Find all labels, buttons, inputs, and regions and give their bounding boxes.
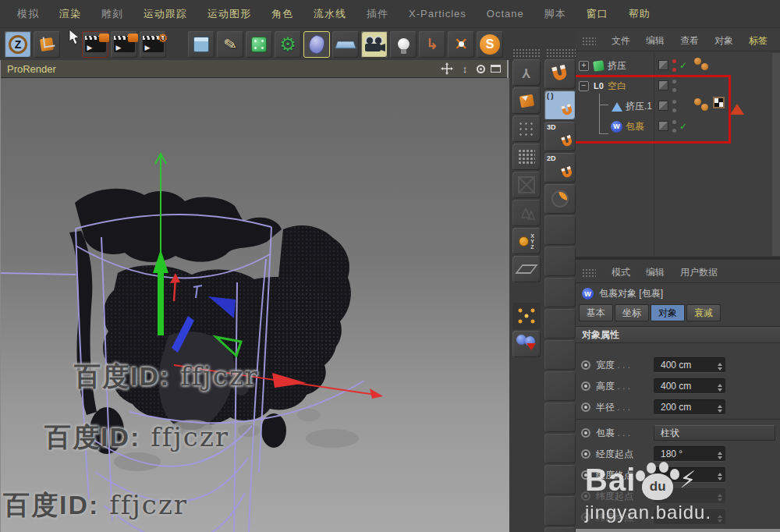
grip-handle[interactable] [546, 48, 576, 58]
auto-snap-tool[interactable]: ( ) [544, 90, 576, 120]
menu-render[interactable]: 渲染 [59, 7, 81, 21]
material-tag[interactable] [701, 63, 708, 70]
spline-pen-tool[interactable]: ✎ [217, 31, 243, 58]
section-object-properties: 对象属性 [576, 326, 780, 343]
menu-pipeline[interactable]: 流水线 [314, 7, 346, 21]
property-row-radius: 半径 200 cm [576, 397, 780, 417]
menu-plugins[interactable]: 插件 [367, 7, 388, 21]
pan-icon[interactable] [441, 62, 453, 75]
mirror-tool[interactable]: Y [512, 59, 541, 86]
crossed-box-tool[interactable] [512, 172, 541, 198]
menu-window[interactable]: 窗口 [587, 7, 608, 21]
workplane-tool[interactable]: ↳ [419, 31, 445, 58]
points-dense-tool[interactable] [512, 144, 541, 170]
menu-script[interactable]: 脚本 [544, 7, 566, 21]
tab-falloff[interactable]: 衰减 [686, 304, 721, 321]
stepper[interactable] [718, 449, 722, 462]
material-tag[interactable] [694, 58, 701, 65]
visibility-dots[interactable] [672, 59, 677, 72]
snap-enable-tool[interactable] [544, 59, 576, 89]
layer-toggle[interactable] [658, 60, 668, 70]
render-view-button[interactable]: ▶ [82, 31, 108, 58]
stepper[interactable] [718, 360, 722, 373]
rotate-icon[interactable] [477, 65, 485, 73]
orange-polygon-icon [519, 94, 534, 108]
generator-tool[interactable] [246, 31, 272, 58]
light-tool[interactable] [390, 31, 417, 58]
radius-input[interactable]: 200 cm [654, 399, 725, 415]
baidu-jingyan-watermark: Bai du ⚡ jingyan.baidu. [585, 464, 777, 523]
width-input[interactable]: 400 cm [654, 357, 725, 373]
am-menu-edit[interactable]: 编辑 [646, 266, 665, 279]
keyframe-circle[interactable] [581, 403, 590, 412]
menu-character[interactable]: 角色 [271, 7, 293, 21]
menu-help[interactable]: 帮助 [629, 7, 651, 21]
right-panel: 文件 编辑 查看 对象 标签 书签 + 挤压 ✓ [576, 31, 780, 532]
menu-motion-tracker[interactable]: 运动跟踪 [144, 7, 187, 21]
viewport-canvas[interactable]: 百度ID: ffjczr 百度ID: ffjczr 百度ID: ffjczr [1, 78, 509, 532]
camera-tool[interactable] [361, 31, 388, 58]
om-menu-file[interactable]: 文件 [612, 34, 630, 48]
pie-rotate-icon [551, 190, 569, 207]
snap-option-disabled [544, 496, 576, 526]
snap-3d-tool[interactable]: 3D [544, 122, 576, 151]
keyframe-circle[interactable] [581, 449, 590, 459]
expander-icon[interactable]: + [579, 61, 589, 71]
xyz-coordinates-tool[interactable]: XYZ [512, 228, 541, 254]
axis-triangles-tool[interactable] [512, 200, 541, 226]
xpresso-tool[interactable]: ✕ [448, 31, 474, 58]
primitive-cube-tool[interactable] [188, 31, 214, 58]
grip-handle[interactable] [582, 37, 596, 46]
metaball-tool[interactable] [303, 31, 330, 58]
render-region-button[interactable]: ▶ [111, 31, 137, 58]
star-points-tool[interactable] [512, 303, 541, 329]
object-manager-menu: 文件 编辑 查看 对象 标签 书签 [576, 31, 780, 51]
coordinate-tool[interactable] [34, 31, 60, 58]
viewport-panel: ProRender ↕ [0, 60, 509, 532]
grip-handle[interactable] [582, 268, 596, 278]
workplane-mode-tool[interactable] [512, 256, 541, 282]
menu-octane[interactable]: Octane [487, 8, 524, 20]
am-menu-userdata[interactable]: 用户数据 [680, 266, 718, 279]
baidu-id-watermark: 百度ID: ffjczr [74, 359, 259, 395]
menu-sculpt[interactable]: 雕刻 [101, 7, 123, 21]
points-mode-tool[interactable] [512, 115, 541, 142]
polygon-fall-tool[interactable] [512, 87, 541, 114]
gravity-tool[interactable] [512, 331, 541, 357]
red-arrow-annotation [730, 97, 744, 115]
floor-tool[interactable] [332, 31, 359, 58]
menu-xparticles[interactable]: X-Particles [409, 8, 466, 20]
sketch-tool[interactable]: S [477, 31, 503, 58]
om-menu-object[interactable]: 对象 [714, 34, 733, 48]
menu-mograph[interactable]: 运动图形 [207, 7, 251, 21]
tab-object[interactable]: 对象 [651, 304, 685, 321]
light-bulb-icon [398, 38, 410, 50]
deformer-tool[interactable]: ⚙ [275, 31, 301, 58]
snap-2d-tool[interactable]: 2D [544, 153, 576, 183]
om-menu-tags[interactable]: 标签 [749, 34, 768, 48]
om-menu-view[interactable]: 查看 [680, 34, 699, 48]
keyframe-circle[interactable] [581, 381, 590, 391]
stepper[interactable] [718, 403, 722, 415]
tab-coordinates[interactable]: 坐标 [615, 304, 649, 321]
wrap-mode-dropdown[interactable]: 柱状 [654, 425, 775, 441]
maximize-icon[interactable] [491, 65, 501, 73]
om-menu-edit[interactable]: 编辑 [646, 34, 665, 48]
am-menu-mode[interactable]: 模式 [612, 266, 630, 279]
longitude-start-input[interactable]: 180 ° [654, 446, 725, 462]
menu-simulate[interactable]: 模拟 [17, 7, 39, 21]
stepper[interactable] [718, 381, 722, 394]
tab-basic[interactable]: 基本 [579, 304, 613, 321]
keyframe-circle[interactable] [581, 428, 590, 438]
rotate-quantize-tool[interactable] [544, 184, 576, 214]
height-input[interactable]: 400 cm [654, 378, 725, 394]
render-settings-button[interactable]: ▶⚙ [140, 31, 166, 58]
dolly-icon[interactable]: ↕ [459, 62, 471, 75]
enable-check-icon[interactable]: ✓ [679, 60, 687, 71]
keyframe-circle[interactable] [581, 360, 590, 370]
om-scrollbar[interactable] [772, 53, 780, 256]
xyz-coin-icon: XYZ [519, 233, 534, 250]
grip-handle[interactable] [512, 48, 541, 58]
zoom-z-tool[interactable]: Z [5, 31, 31, 58]
triangles-icon [517, 205, 536, 221]
